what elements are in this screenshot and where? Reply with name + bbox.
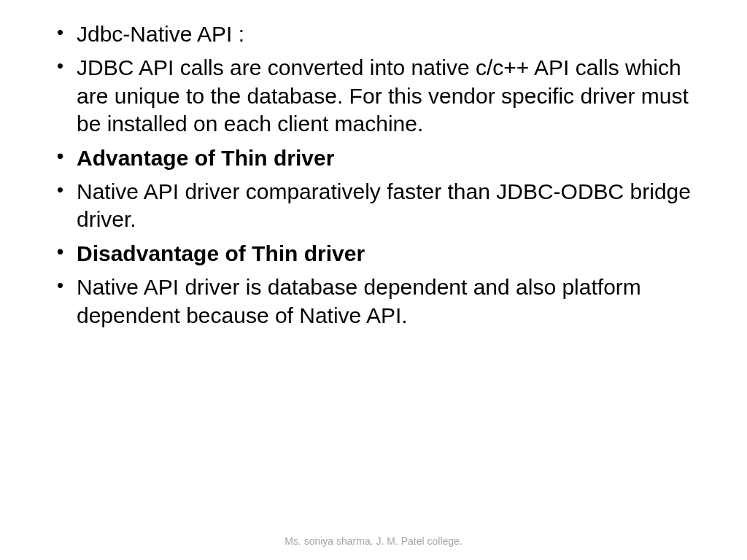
list-item: JDBC API calls are converted into native… (44, 54, 703, 138)
slide-content: Jdbc-Native API : JDBC API calls are con… (0, 0, 747, 330)
list-item: Native API driver comparatively faster t… (44, 178, 703, 234)
list-item: Advantage of Thin driver (44, 144, 703, 172)
list-item: Disadvantage of Thin driver (44, 240, 703, 268)
slide-footer: Ms. soniya sharma. J. M. Patel college. (0, 535, 747, 547)
list-item: Jdbc-Native API : (44, 20, 703, 48)
bullet-list: Jdbc-Native API : JDBC API calls are con… (44, 20, 703, 330)
list-item: Native API driver is database dependent … (44, 273, 703, 330)
